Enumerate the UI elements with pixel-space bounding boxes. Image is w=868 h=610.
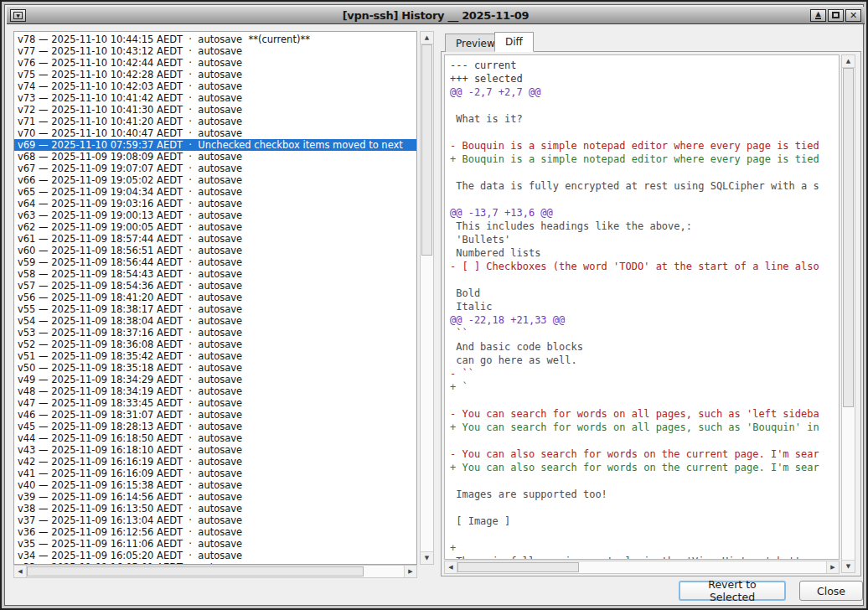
diff-vscrollbar[interactable]: ▲ ▼ (841, 54, 855, 573)
version-row[interactable]: v64 — 2025-11-09 19:03:16 AEDT · autosav… (14, 198, 416, 209)
version-row[interactable]: v61 — 2025-11-09 18:57:44 AEDT · autosav… (14, 233, 416, 245)
maximize-icon (832, 12, 840, 18)
vscroll-thumb[interactable] (421, 44, 432, 256)
hscroll-thumb[interactable] (27, 566, 364, 576)
version-row[interactable]: v68 — 2025-11-09 19:08:09 AEDT · autosav… (14, 151, 416, 163)
diff-line: - `` (450, 367, 834, 380)
version-row[interactable]: v50 — 2025-11-09 18:35:18 AEDT · autosav… (14, 362, 416, 374)
diff-line (450, 193, 834, 206)
scroll-down-icon[interactable]: ▼ (842, 560, 855, 572)
version-row[interactable]: v55 — 2025-11-09 18:38:17 AEDT · autosav… (14, 303, 416, 315)
scroll-left-icon[interactable]: ◀ (445, 561, 457, 573)
version-row[interactable]: v72 — 2025-11-10 10:41:30 AEDT · autosav… (14, 104, 416, 116)
version-row[interactable]: v47 — 2025-11-09 18:33:45 AEDT · autosav… (14, 397, 416, 409)
version-history-list[interactable]: v78 — 2025-11-10 10:44:15 AEDT · autosav… (13, 31, 417, 565)
shade-button[interactable]: ▲ (810, 9, 826, 22)
version-row[interactable]: v57 — 2025-11-09 18:54:36 AEDT · autosav… (14, 280, 416, 292)
diff-hscrollbar[interactable]: ◀ ▶ (444, 561, 840, 574)
diff-line (450, 273, 834, 287)
version-row[interactable]: v40 — 2025-11-09 16:15:38 AEDT · autosav… (14, 479, 416, 491)
diff-line: 'Bullets' (450, 233, 834, 246)
version-row[interactable]: v78 — 2025-11-10 10:44:15 AEDT · autosav… (14, 34, 416, 45)
version-row[interactable]: v75 — 2025-11-10 10:42:28 AEDT · autosav… (14, 69, 416, 80)
diff-line: The data is fully encrypted at rest usin… (450, 179, 834, 193)
diff-line: - Bouquin is a simple notepad editor whe… (450, 139, 834, 152)
version-row[interactable]: v76 — 2025-11-10 10:42:44 AEDT · autosav… (14, 57, 416, 69)
diff-line: - You can also search for words on the c… (450, 447, 834, 461)
version-row[interactable]: v49 — 2025-11-09 18:34:29 AEDT · autosav… (14, 374, 416, 385)
diff-line: Numbered lists (450, 246, 834, 260)
diff-line: `` (450, 327, 834, 340)
close-window-button[interactable]: ✕ (845, 9, 861, 22)
version-row[interactable]: v56 — 2025-11-09 18:41:20 AEDT · autosav… (14, 292, 416, 303)
version-row[interactable]: v39 — 2025-11-09 16:14:56 AEDT · autosav… (14, 491, 416, 503)
scroll-left-icon[interactable]: ◀ (14, 566, 27, 577)
version-row[interactable]: v65 — 2025-11-09 19:04:34 AEDT · autosav… (14, 186, 416, 198)
scroll-right-icon[interactable]: ▶ (404, 566, 416, 577)
version-row[interactable]: v37 — 2025-11-09 16:13:04 AEDT · autosav… (14, 514, 416, 526)
version-row[interactable]: v59 — 2025-11-09 18:56:44 AEDT · autosav… (14, 256, 416, 268)
diff-line (450, 99, 834, 112)
diff-line: can go here as well. (450, 354, 834, 367)
version-row[interactable]: v74 — 2025-11-10 10:42:03 AEDT · autosav… (14, 80, 416, 92)
version-row[interactable]: v35 — 2025-11-09 16:11:06 AEDT · autosav… (14, 538, 416, 550)
vscroll-thumb[interactable] (843, 68, 854, 407)
version-row[interactable]: v41 — 2025-11-09 16:16:09 AEDT · autosav… (14, 468, 416, 479)
version-row[interactable]: v60 — 2025-11-09 18:56:51 AEDT · autosav… (14, 245, 416, 256)
version-row[interactable]: v62 — 2025-11-09 19:00:05 AEDT · autosav… (14, 221, 416, 233)
version-row[interactable]: v42 — 2025-11-09 16:16:19 AEDT · autosav… (14, 456, 416, 468)
diff-line: @@ -22,18 +21,33 @@ (450, 313, 834, 327)
version-row[interactable]: v48 — 2025-11-09 18:34:19 AEDT · autosav… (14, 385, 416, 397)
hscroll-thumb[interactable] (457, 562, 579, 572)
diff-line: --- current (450, 59, 834, 72)
version-row[interactable]: v34 — 2025-11-09 16:05:20 AEDT · autosav… (14, 550, 416, 561)
maximize-button[interactable] (828, 9, 844, 22)
version-row[interactable]: v69 — 2025-11-10 07:59:37 AEDT · Uncheck… (14, 139, 416, 151)
tab-diff[interactable]: Diff (494, 32, 534, 52)
version-row[interactable]: v54 — 2025-11-09 18:38:04 AEDT · autosav… (14, 315, 416, 327)
version-row[interactable]: v44 — 2025-11-09 16:18:50 AEDT · autosav… (14, 432, 416, 444)
diff-line (450, 434, 834, 447)
diff-line (450, 501, 834, 514)
diff-line: Images are supported too! (450, 488, 834, 501)
version-row[interactable]: v38 — 2025-11-09 16:13:50 AEDT · autosav… (14, 503, 416, 514)
version-row[interactable]: v46 — 2025-11-09 18:31:07 AEDT · autosav… (14, 409, 416, 421)
diff-text-area[interactable]: --- current+++ selected@@ -2,7 +2,7 @@ W… (444, 54, 840, 560)
shade-icon: ▲ (815, 11, 820, 19)
version-row[interactable]: v53 — 2025-11-09 18:37:16 AEDT · autosav… (14, 327, 416, 339)
history-dialog-window: ▼ [vpn-ssh] History __ 2025-11-09 ▲ ✕ v7… (0, 0, 868, 610)
version-row[interactable]: v77 — 2025-11-10 10:43:12 AEDT · autosav… (14, 45, 416, 57)
version-row[interactable]: v43 — 2025-11-09 16:18:10 AEDT · autosav… (14, 444, 416, 456)
version-row[interactable]: v73 — 2025-11-10 10:41:42 AEDT · autosav… (14, 92, 416, 104)
scroll-up-icon[interactable]: ▲ (842, 55, 855, 68)
version-row[interactable]: v51 — 2025-11-09 18:35:42 AEDT · autosav… (14, 350, 416, 362)
diff-line: + (450, 541, 834, 555)
diff-line: + You can search for words on all pages,… (450, 421, 834, 434)
diff-line: @@ -13,7 +13,6 @@ (450, 206, 834, 220)
titlebar[interactable]: ▼ [vpn-ssh] History __ 2025-11-09 ▲ ✕ (7, 7, 865, 24)
version-row[interactable]: v36 — 2025-11-09 16:12:56 AEDT · autosav… (14, 526, 416, 538)
version-row[interactable]: v52 — 2025-11-09 18:36:08 AEDT · autosav… (14, 339, 416, 350)
version-list-hscrollbar[interactable]: ◀ ▶ (13, 565, 417, 578)
diff-line: [ Image ] (450, 514, 834, 528)
scroll-down-icon[interactable]: ▼ (421, 551, 433, 564)
diff-line: Bold (450, 287, 834, 300)
diff-line: - [ ] Checkboxes (the word 'TODO' at the… (450, 260, 834, 273)
version-row[interactable]: v58 — 2025-11-09 18:54:43 AEDT · autosav… (14, 268, 416, 280)
scroll-right-icon[interactable]: ▶ (826, 561, 839, 573)
version-row[interactable]: v63 — 2025-11-09 19:00:13 AEDT · autosav… (14, 209, 416, 221)
scroll-up-icon[interactable]: ▲ (421, 32, 433, 44)
version-list-vscrollbar[interactable]: ▲ ▼ (420, 31, 434, 565)
version-row[interactable]: v67 — 2025-11-09 19:07:07 AEDT · autosav… (14, 163, 416, 174)
version-row[interactable]: v66 — 2025-11-09 19:05:02 AEDT · autosav… (14, 174, 416, 186)
diff-line: This includes headings like the above,: (450, 220, 834, 233)
version-row[interactable]: v71 — 2025-11-10 10:41:20 AEDT · autosav… (14, 116, 416, 127)
diff-line (450, 474, 834, 488)
diff-line (450, 166, 834, 179)
close-dialog-button[interactable]: Close (799, 581, 863, 601)
diff-line (450, 394, 834, 407)
diff-line: Italic (450, 300, 834, 313)
revert-to-selected-button[interactable]: Revert to Selected (679, 581, 786, 601)
version-row[interactable]: v45 — 2025-11-09 18:28:13 AEDT · autosav… (14, 421, 416, 432)
version-row[interactable]: v70 — 2025-11-10 10:40:47 AEDT · autosav… (14, 127, 416, 139)
